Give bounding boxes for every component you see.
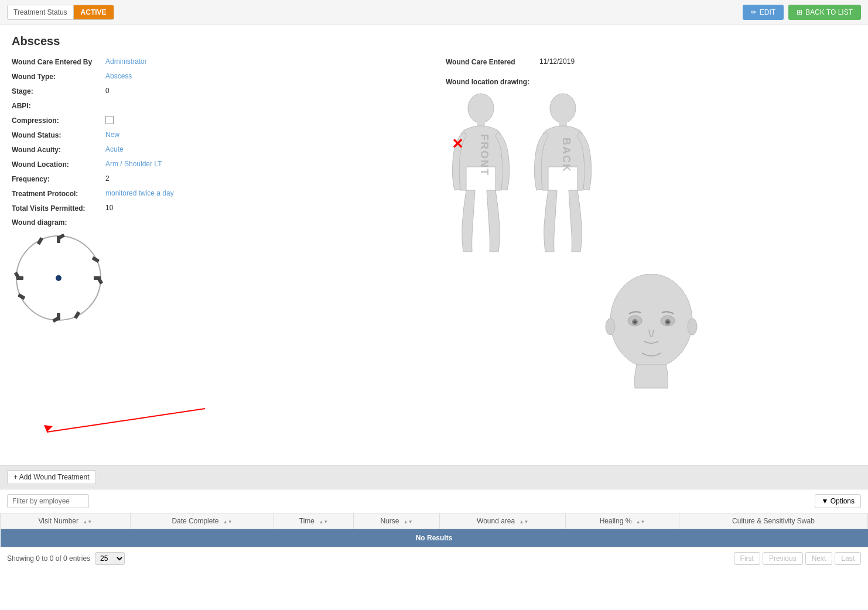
stage-value: 0 — [105, 87, 110, 95]
wound-care-entered-value: 11/12/2019 — [539, 57, 575, 66]
back-to-list-button[interactable]: ⊞ BACK TO LIST — [788, 5, 861, 20]
detail-grid: Wound Care Entered By Administrator Woun… — [12, 57, 856, 403]
svg-text:FRONT: FRONT — [479, 134, 490, 176]
front-body-figure: FRONT ✕ — [446, 91, 516, 256]
sort-healing[interactable]: ▲▼ — [636, 520, 645, 525]
page-title: Abscess — [12, 35, 856, 48]
svg-point-26 — [666, 321, 669, 324]
treatment-protocol-label: Treatment Protocol: — [12, 189, 105, 198]
compression-row: Compression: — [12, 116, 422, 125]
body-figures-row: FRONT ✕ — [446, 91, 598, 256]
wound-type-row: Wound Type: Abscess — [12, 72, 422, 81]
frequency-label: Frequency: — [12, 174, 105, 183]
filter-by-employee-input[interactable] — [7, 494, 89, 508]
total-visits-row: Total Visits Permitted: 10 — [12, 204, 422, 213]
wound-care-entered-by-label: Wound Care Entered By — [12, 57, 105, 66]
wound-care-entered-by-row: Wound Care Entered By Administrator — [12, 57, 422, 66]
svg-rect-11 — [16, 276, 23, 280]
body-diagrams: FRONT ✕ — [446, 91, 856, 403]
svg-point-27 — [606, 318, 615, 335]
col-wound-area-label: Wound area — [477, 517, 515, 525]
wound-diagram-label: Wound diagram: — [12, 218, 422, 227]
clock-diagram — [12, 231, 105, 325]
top-bar-actions: ✏ EDIT ⊞ BACK TO LIST — [743, 5, 861, 20]
col-nurse[interactable]: Nurse ▲▼ — [353, 513, 439, 529]
wound-status-row: Wound Status: New — [12, 131, 422, 139]
total-visits-label: Total Visits Permitted: — [12, 204, 105, 213]
annotation-area — [12, 409, 856, 444]
stage-label: Stage: — [12, 87, 105, 95]
detail-left: Wound Care Entered By Administrator Woun… — [12, 57, 422, 403]
options-button[interactable]: ▼ Options — [815, 494, 861, 508]
svg-text:BACK: BACK — [561, 138, 572, 173]
col-visit-number-label: Visit Number — [39, 517, 78, 525]
wound-status-value: New — [105, 131, 119, 139]
svg-point-1 — [56, 275, 61, 281]
add-wound-treatment-button[interactable]: + Add Wound Treatment — [7, 470, 96, 484]
col-wound-area[interactable]: Wound area ▲▼ — [440, 513, 566, 529]
svg-point-25 — [633, 321, 636, 324]
treatment-status-group: Treatment Status ACTIVE — [7, 5, 114, 20]
svg-point-20 — [610, 274, 692, 368]
treatment-protocol-value: monitored twice a day — [105, 189, 174, 197]
wound-location-row: Wound Location: Arm / Shoulder LT — [12, 160, 422, 169]
wound-acuity-row: Wound Acuity: Acute — [12, 145, 422, 154]
wound-care-entered-by-value: Administrator — [105, 57, 147, 66]
last-button[interactable]: Last — [835, 552, 861, 565]
wound-care-entered-label: Wound Care Entered — [446, 57, 539, 66]
col-culture-label: Culture & Sensitivity Swab — [732, 517, 815, 525]
col-healing-label: Healing % — [600, 517, 632, 525]
col-visit-number[interactable]: Visit Number ▲▼ — [1, 513, 131, 529]
compression-label: Compression: — [12, 116, 105, 125]
edit-button[interactable]: ✏ EDIT — [743, 5, 784, 20]
showing-text: Showing 0 to 0 of 0 entries — [7, 554, 90, 563]
svg-point-14 — [468, 94, 494, 123]
svg-point-28 — [688, 318, 697, 335]
sort-time[interactable]: ▲▼ — [319, 520, 328, 525]
stage-row: Stage: 0 — [12, 87, 422, 95]
col-time[interactable]: Time ▲▼ — [274, 513, 354, 529]
col-date-complete[interactable]: Date Complete ▲▼ — [130, 513, 274, 529]
total-visits-value: 10 — [105, 204, 113, 212]
wound-type-value: Abscess — [105, 72, 132, 80]
sort-nurse[interactable]: ▲▼ — [404, 520, 413, 525]
sort-visit-number[interactable]: ▲▼ — [83, 520, 92, 525]
svg-rect-5 — [94, 276, 101, 280]
sort-date-complete[interactable]: ▲▼ — [223, 520, 233, 525]
data-table: Visit Number ▲▼ Date Complete ▲▼ Time ▲▼… — [0, 513, 868, 547]
table-body: No Results — [1, 529, 868, 547]
add-wound-treatment-label: + Add Wound Treatment — [13, 473, 90, 481]
wound-location-label: Wound Location: — [12, 160, 105, 169]
back-body-figure: BACK — [528, 91, 598, 256]
no-results-row: No Results — [1, 529, 868, 547]
col-healing[interactable]: Healing % ▲▼ — [566, 513, 679, 529]
wound-acuity-label: Wound Acuity: — [12, 145, 105, 154]
main-content: Abscess Wound Care Entered By Administra… — [0, 25, 868, 453]
top-bar: Treatment Status ACTIVE ✏ EDIT ⊞ BACK TO… — [0, 0, 868, 25]
pagination-bar: Showing 0 to 0 of 0 entries 25 10 50 100… — [0, 547, 868, 570]
table-header: Visit Number ▲▼ Date Complete ▲▼ Time ▲▼… — [1, 513, 868, 529]
col-time-label: Time — [299, 517, 315, 525]
wound-acuity-value: Acute — [105, 145, 124, 153]
svg-rect-8 — [57, 313, 60, 320]
frequency-row: Frequency: 2 — [12, 174, 422, 183]
wound-status-label: Wound Status: — [12, 131, 105, 139]
col-culture[interactable]: Culture & Sensitivity Swab — [679, 513, 867, 529]
no-results-cell: No Results — [1, 529, 868, 547]
head-figure-container — [446, 274, 856, 403]
table-header-row: Visit Number ▲▼ Date Complete ▲▼ Time ▲▼… — [1, 513, 868, 529]
status-active-badge: ACTIVE — [74, 5, 114, 19]
first-button[interactable]: First — [734, 552, 760, 565]
previous-button[interactable]: Previous — [763, 552, 803, 565]
filter-bar: ▼ Options — [0, 489, 868, 513]
sort-wound-area[interactable]: ▲▼ — [520, 520, 529, 525]
wound-type-label: Wound Type: — [12, 72, 105, 81]
wound-location-value: Arm / Shoulder LT — [105, 160, 162, 168]
pencil-icon: ✏ — [751, 8, 757, 16]
page-size-select[interactable]: 25 10 50 100 — [95, 552, 125, 565]
col-date-complete-label: Date Complete — [172, 517, 218, 525]
compression-checkbox — [105, 116, 114, 124]
list-icon: ⊞ — [797, 8, 802, 16]
svg-line-29 — [47, 409, 205, 432]
next-button[interactable]: Next — [805, 552, 833, 565]
